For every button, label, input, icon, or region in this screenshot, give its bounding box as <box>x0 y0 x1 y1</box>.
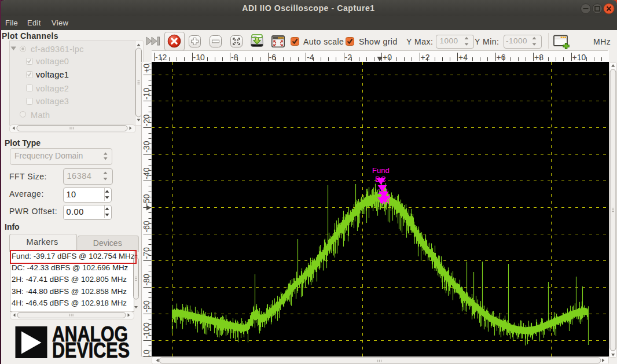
svg-text:+0: +0 <box>142 64 151 73</box>
svg-text:+8: +8 <box>534 53 543 62</box>
svg-text:+0: +0 <box>383 53 392 62</box>
svg-text:+4: +4 <box>458 53 468 62</box>
svg-text:-8: -8 <box>231 53 238 62</box>
svg-text:-6: -6 <box>269 53 277 62</box>
svg-text:-100: -100 <box>142 322 151 339</box>
svg-text:-80: -80 <box>142 274 151 285</box>
svg-text:+2: +2 <box>421 53 430 62</box>
svg-text:-30: -30 <box>142 141 151 152</box>
svg-text:Fund: Fund <box>372 166 390 175</box>
svg-text:-12: -12 <box>155 53 167 62</box>
svg-text:-90: -90 <box>142 300 151 312</box>
svg-text:-50: -50 <box>142 194 151 205</box>
svg-text:DEVICES: DEVICES <box>52 339 130 359</box>
svg-text:-20: -20 <box>142 114 151 126</box>
svg-text:-10: -10 <box>142 87 151 99</box>
svg-text:-4: -4 <box>307 53 314 62</box>
svg-text:+6: +6 <box>497 53 506 62</box>
svg-text:-60: -60 <box>142 220 151 232</box>
svg-text:-70: -70 <box>142 247 151 259</box>
svg-text:-2: -2 <box>345 53 352 62</box>
svg-text:-40: -40 <box>142 167 151 179</box>
svg-text:-110: -110 <box>142 350 151 364</box>
svg-text:+10: +10 <box>572 53 586 62</box>
svg-text:-10: -10 <box>193 53 205 62</box>
